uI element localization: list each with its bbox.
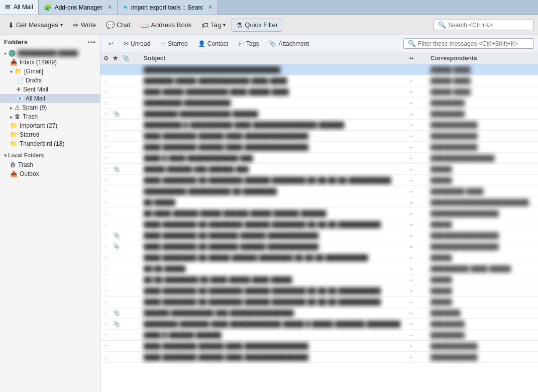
- table-row[interactable]: ☆ ████ █████ ██████████ ████ █████ ████ …: [100, 86, 538, 97]
- tags-button[interactable]: 🏷 Tags: [234, 39, 263, 49]
- message-filter-search[interactable]: 🔍: [403, 38, 534, 49]
- row-star-icon[interactable]: ☆: [103, 310, 109, 317]
- table-row[interactable]: ☆ ██ ██ █████ •• █████████ ████ █████: [100, 263, 538, 274]
- attachment-button[interactable]: 📎 Attachment: [265, 39, 313, 49]
- table-row[interactable]: ☆ ███████ █████ ████████████ ████ ████ •…: [100, 75, 538, 86]
- row-star-icon[interactable]: ☆: [103, 287, 109, 295]
- sidebar-item-starred[interactable]: 📁 Starred: [0, 130, 100, 139]
- folders-more-button[interactable]: •••: [87, 38, 96, 46]
- row-correspondent: █████: [427, 287, 538, 295]
- row-star-icon[interactable]: ☆: [103, 66, 109, 73]
- sidebar-item-outbox[interactable]: 📤 Outbox: [0, 169, 100, 178]
- table-row[interactable]: ☆ ████ ████████ ██████ ████ ████████████…: [100, 352, 538, 363]
- table-row[interactable]: ☆ ████ ████████ ██ ████████ ██████ █████…: [100, 285, 538, 297]
- sidebar-item-spam[interactable]: ▸ ⚠ Spam (9): [0, 103, 100, 112]
- table-row[interactable]: ☆ ██ ██ ████████ ██ ████ █████ ████ ████…: [100, 274, 538, 285]
- row-star-icon[interactable]: ☆: [103, 188, 109, 195]
- tab-import-export-close[interactable]: ✕: [208, 4, 212, 11]
- row-star-icon[interactable]: ☆: [103, 199, 109, 206]
- table-row[interactable]: ☆ ████████████████████████████████ •• ██…: [100, 64, 538, 75]
- table-row[interactable]: ☆ ████ ████████ ██████ ████ ████████████…: [100, 341, 538, 352]
- sidebar-item-local-trash[interactable]: 🗑 Trash: [0, 160, 100, 169]
- table-row[interactable]: ☆ 📎 ██████ ██████████ ███ ██████████████…: [100, 308, 538, 319]
- header-sort-icon[interactable]: ⊙: [103, 55, 109, 62]
- sidebar-item-trash[interactable]: ▸ 🗑 Trash: [0, 112, 100, 121]
- table-row[interactable]: ☆ █████████ █ ██████████ ████ ██████████…: [100, 120, 538, 131]
- sidebar-item-gmail[interactable]: ▾ 📁 [Gmail]: [0, 67, 100, 76]
- filter-search-input[interactable]: [418, 40, 529, 47]
- table-row[interactable]: ☆ ████ ████████ ██ █████ ██████ ████████…: [100, 252, 538, 263]
- get-messages-dropdown-icon[interactable]: ▾: [60, 22, 63, 28]
- table-row[interactable]: ☆ ████ ████████ ██ ████████ ██████ █████…: [100, 219, 538, 230]
- unread-label: Unread: [131, 40, 150, 47]
- row-star-icon[interactable]: ☆: [103, 332, 109, 339]
- header-correspondents[interactable]: Correspondents: [427, 55, 538, 62]
- table-row[interactable]: ☆ 📎 ████████ ███████ ████ ████████████ █…: [100, 319, 538, 330]
- search-input[interactable]: [448, 22, 529, 29]
- sidebar-item-important[interactable]: 📁 Important (27): [0, 121, 100, 130]
- row-star-icon[interactable]: ☆: [103, 299, 109, 306]
- row-star-icon[interactable]: ☆: [103, 232, 109, 239]
- tab-addons-close[interactable]: ✕: [107, 4, 112, 11]
- row-star-icon[interactable]: ☆: [103, 155, 109, 162]
- row-star-icon[interactable]: ☆: [103, 321, 109, 328]
- table-row[interactable]: ☆ 📎 ████ ████████ ██ ███████ ██████ ████…: [100, 230, 538, 241]
- starred-filter-button[interactable]: ☆ Starred: [156, 39, 191, 49]
- row-star-icon[interactable]: ☆: [103, 144, 109, 151]
- tag-button[interactable]: 🏷 Tag ▾: [197, 19, 230, 31]
- search-box[interactable]: 🔍: [434, 20, 534, 30]
- get-messages-button[interactable]: ⬇ Get Messages ▾: [4, 19, 67, 31]
- row-correspondent: █████: [427, 221, 538, 228]
- table-row[interactable]: ☆ ████ █ ████ ████████████ ███ •• ██████…: [100, 153, 538, 164]
- row-star-icon[interactable]: ☆: [103, 100, 109, 107]
- row-star-icon[interactable]: ☆: [103, 122, 109, 129]
- table-row[interactable]: ☆ ████ ████████ ██ ████████ ██████ █████…: [100, 175, 538, 186]
- table-row[interactable]: ☆ ██████████ ██████████ ██ ████████ •• █…: [100, 186, 538, 197]
- table-row[interactable]: ☆ ██ ████ ██████ █████ ██████ █████ ████…: [100, 208, 538, 219]
- header-subject[interactable]: Subject: [141, 55, 407, 62]
- table-row[interactable]: ☆ 📎 █████ ██████ ███ ██████ ███ •• █████: [100, 164, 538, 175]
- table-row[interactable]: ☆ ██ █████ •• ██████████████████████████…: [100, 197, 538, 208]
- row-dots: ••: [407, 221, 427, 228]
- chat-button[interactable]: 💬 Chat: [102, 19, 134, 31]
- tab-import-export[interactable]: ✦ import export tools :: Searc ✕: [118, 0, 218, 15]
- row-star-icon[interactable]: ☆: [103, 77, 109, 84]
- tab-all-mail[interactable]: ✉ All Mail: [0, 0, 39, 15]
- tab-addons[interactable]: 🧩 Add-ons Manager ✕: [39, 0, 118, 15]
- table-row[interactable]: ☆ 📎 ████████ ████████████ ██████ •• ████…: [100, 109, 538, 120]
- table-row[interactable]: ☆ ████ ████████ ██████ ████ ████████████…: [100, 131, 538, 142]
- table-row[interactable]: ☆ ████ █ ██████ ██████ •• ████████: [100, 330, 538, 341]
- table-row[interactable]: ☆ █████████ ███████████ •• ████████: [100, 97, 538, 109]
- row-star-icon[interactable]: ☆: [103, 221, 109, 228]
- table-row[interactable]: ☆ 📎 ████ ████████ ██ ███████ ██████ ████…: [100, 241, 538, 252]
- reply-button[interactable]: ↩: [104, 39, 118, 49]
- quick-filter-button[interactable]: ⚗ Quick Filter: [232, 19, 282, 32]
- write-button[interactable]: ✏ Write: [69, 19, 100, 31]
- row-star-icon[interactable]: ☆: [103, 243, 109, 250]
- row-star-icon[interactable]: ☆: [103, 88, 109, 95]
- important-icon: 📁: [10, 122, 18, 129]
- sidebar-item-all-mail[interactable]: 📧 All Mail: [0, 94, 100, 103]
- sidebar-item-inbox[interactable]: 📥 Inbox (18989): [0, 58, 100, 67]
- row-star-icon[interactable]: ☆: [103, 343, 109, 350]
- contact-button[interactable]: 👤 Contact: [194, 39, 232, 49]
- row-star-icon[interactable]: ☆: [103, 254, 109, 261]
- table-row[interactable]: ☆ ████ ████████ ██ ████████ ██████ █████…: [100, 297, 538, 308]
- row-star-icon[interactable]: ☆: [103, 166, 109, 173]
- row-star-icon[interactable]: ☆: [103, 133, 109, 140]
- row-star-icon[interactable]: ☆: [103, 177, 109, 184]
- row-star-icon[interactable]: ☆: [103, 265, 109, 272]
- row-star-icon[interactable]: ☆: [103, 354, 109, 361]
- row-icons: ☆: [100, 66, 141, 73]
- row-star-icon[interactable]: ☆: [103, 210, 109, 217]
- sidebar-item-sent[interactable]: ✈ Sent Mail: [0, 85, 100, 94]
- sidebar-item-thunderbird[interactable]: 📁 Thunderbird (18): [0, 139, 100, 148]
- tag-dropdown-icon[interactable]: ▾: [223, 22, 226, 28]
- sidebar-item-drafts[interactable]: 📄 Drafts: [0, 76, 100, 85]
- account-row[interactable]: ▾ ██████████ ████████████: [0, 49, 100, 58]
- table-row[interactable]: ☆ ████ ████████ ██████ ████ ████████████…: [100, 142, 538, 153]
- unread-button[interactable]: ✉ Unread: [120, 39, 154, 49]
- row-star-icon[interactable]: ☆: [103, 276, 109, 283]
- address-book-button[interactable]: 📖 Address Book: [136, 19, 195, 31]
- row-star-icon[interactable]: ☆: [103, 111, 109, 118]
